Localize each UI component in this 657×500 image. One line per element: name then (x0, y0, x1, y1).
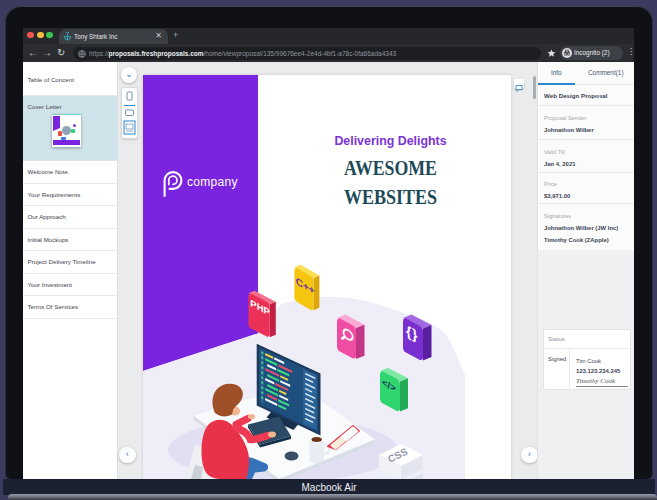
svg-text:company: company (187, 174, 238, 188)
